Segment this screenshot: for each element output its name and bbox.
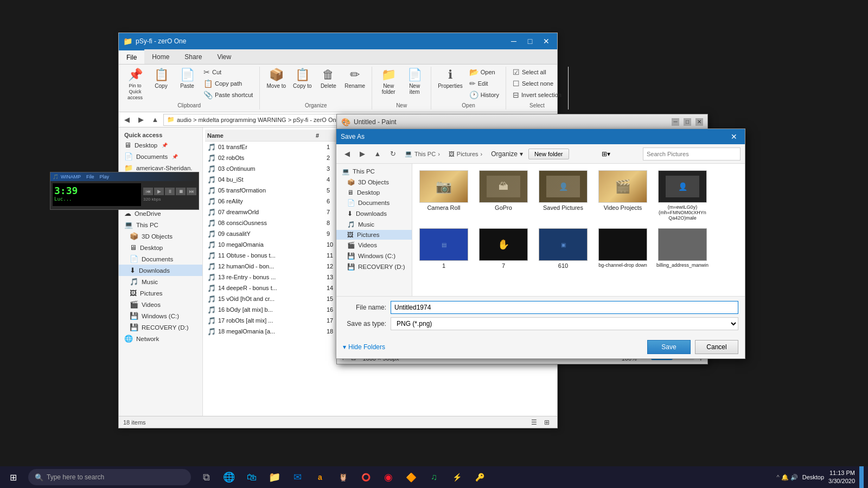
dialog-view-toggle-button[interactable]: ⊞▾ xyxy=(600,148,612,160)
dialog-file-bg-channel[interactable]: bg-channel-drop down xyxy=(596,228,650,269)
paint-maximize-button[interactable]: □ xyxy=(684,118,691,126)
dialog-sidebar-pictures[interactable]: 🖼 Pictures xyxy=(336,230,412,240)
taskbar-search-box[interactable]: 🔍 Type here to search xyxy=(28,469,191,485)
dialog-close-button[interactable]: ✕ xyxy=(727,130,741,143)
dialog-sidebar-thispc[interactable]: 💻 This PC xyxy=(336,166,412,177)
sidebar-item-videos[interactable]: 🎬 Videos xyxy=(119,299,202,310)
app-icon-2[interactable]: 🔑 xyxy=(469,466,490,488)
sidebar-item-recovery-d[interactable]: 💾 RECOVERY (D:) xyxy=(119,322,202,333)
dialog-sidebar-desktop[interactable]: 🖥 Desktop xyxy=(336,188,412,197)
pin-to-quick-access-button[interactable]: 📌 Pin to Quick access xyxy=(123,67,147,101)
cancel-button[interactable]: Cancel xyxy=(695,340,738,354)
dialog-sidebar-documents[interactable]: 📄 Documents xyxy=(336,197,412,208)
select-none-button[interactable]: ☐ Select none xyxy=(510,78,564,89)
winamp-menu-file[interactable]: File xyxy=(86,174,94,179)
invert-selection-button[interactable]: ⊟ Invert selection xyxy=(510,89,564,100)
dialog-folder-gopro[interactable]: 🏔 GoPro xyxy=(476,168,531,223)
sidebar-item-desktop2[interactable]: 🖥 Desktop xyxy=(119,242,202,253)
dialog-sidebar-music[interactable]: 🎵 Music xyxy=(336,219,412,230)
tab-share[interactable]: Share xyxy=(177,49,209,64)
folder-button[interactable]: 📁 xyxy=(264,466,285,488)
hide-folders-toggle[interactable]: ▾ Hide Folders xyxy=(343,343,385,351)
dialog-file-billing[interactable]: billing_address_manwin xyxy=(655,228,710,269)
winamp-stop-button[interactable]: ⏹ xyxy=(176,188,186,195)
new-folder-button[interactable]: 📁 New folder xyxy=(376,67,400,96)
sidebar-item-pictures[interactable]: 🖼 Pictures xyxy=(119,287,202,299)
dialog-back-button[interactable]: ◀ xyxy=(341,147,354,160)
dialog-up-button[interactable]: ▲ xyxy=(371,147,384,160)
forward-button[interactable]: ▶ xyxy=(135,114,147,126)
winamp-menu-play[interactable]: Play xyxy=(100,174,110,179)
tab-view[interactable]: View xyxy=(209,49,239,64)
dialog-forward-button[interactable]: ▶ xyxy=(356,147,369,160)
task-view-button[interactable]: ⧉ xyxy=(195,466,217,488)
sidebar-item-thispc[interactable]: 💻 This PC xyxy=(119,219,202,230)
dialog-search-input[interactable] xyxy=(643,147,741,160)
tab-file[interactable]: File xyxy=(119,49,144,64)
dialog-path-thispc[interactable]: 💻 This PC › xyxy=(401,149,443,158)
vlc-button[interactable]: 🔶 xyxy=(400,466,422,488)
dialog-sidebar-recovery-d[interactable]: 💾 RECOVERY (D:) xyxy=(336,261,412,272)
dialog-folder-camera-roll[interactable]: 📷 Camera Roll xyxy=(417,168,471,223)
minimize-button[interactable]: ─ xyxy=(507,35,520,48)
dialog-new-folder-button[interactable]: New folder xyxy=(528,149,569,159)
maximize-button[interactable]: □ xyxy=(524,35,537,48)
paste-shortcut-button[interactable]: 📎 Paste shortcut xyxy=(201,89,255,100)
copy-to-button[interactable]: 📋 Copy to xyxy=(290,67,314,90)
edit-button[interactable]: ✏ Edit xyxy=(467,78,501,89)
app-icon-1[interactable]: ⚡ xyxy=(446,466,468,488)
dialog-refresh-button[interactable]: ↻ xyxy=(386,147,399,160)
mail-button[interactable]: ✉ xyxy=(286,466,308,488)
start-button[interactable]: ⊞ xyxy=(0,466,26,488)
sidebar-item-desktop[interactable]: 🖥 Desktop xyxy=(119,139,202,151)
new-item-button[interactable]: 📄 New item xyxy=(403,67,426,96)
spotify-button[interactable]: ♫ xyxy=(423,466,445,488)
select-all-button[interactable]: ☑ Select all xyxy=(510,67,564,78)
save-button[interactable]: Save xyxy=(647,340,691,354)
up-button[interactable]: ▲ xyxy=(149,114,161,126)
sidebar-item-documents2[interactable]: 📄 Documents xyxy=(119,253,202,265)
delete-button[interactable]: 🗑 Delete xyxy=(316,67,340,90)
dialog-folder-long-name[interactable]: 👤 (m=ewILG0y)(mh=FMNOM0cXHYnQa42O)male xyxy=(655,168,710,223)
origin-button[interactable]: ⭕ xyxy=(355,466,376,488)
dialog-sidebar-downloads[interactable]: ⬇ Downloads xyxy=(336,208,412,219)
close-button[interactable]: ✕ xyxy=(540,35,553,48)
edge-button[interactable]: 🌐 xyxy=(218,466,240,488)
dialog-sidebar-videos[interactable]: 🎬 Videos xyxy=(336,240,412,251)
sidebar-item-downloads[interactable]: ⬇ Downloads xyxy=(119,265,202,276)
sidebar-item-network[interactable]: 🌐 Network xyxy=(119,333,202,344)
sidebar-item-music[interactable]: 🎵 Music xyxy=(119,276,202,287)
opera-button[interactable]: ◉ xyxy=(378,466,399,488)
cut-button[interactable]: ✂ Cut xyxy=(201,67,255,78)
dialog-folder-saved-pictures[interactable]: 👤 Saved Pictures xyxy=(536,168,590,223)
open-button[interactable]: 📂 Open xyxy=(467,67,501,78)
filename-input[interactable] xyxy=(391,301,738,314)
winamp-prev-button[interactable]: ⏮ xyxy=(143,188,153,195)
details-view-button[interactable]: ☰ xyxy=(528,416,540,428)
dialog-organize-button[interactable]: Organize ▾ xyxy=(488,149,526,159)
dialog-file-610[interactable]: ▣ 610 xyxy=(536,228,590,269)
show-desktop-button[interactable] xyxy=(859,466,864,488)
copy-path-button[interactable]: 📋 Copy path xyxy=(201,78,255,89)
properties-button[interactable]: ℹ Properties xyxy=(436,67,465,90)
dialog-path-pictures[interactable]: 🖼 Pictures › xyxy=(445,150,486,158)
copy-button[interactable]: 📋 Copy xyxy=(149,67,173,90)
tab-home[interactable]: Home xyxy=(144,49,177,64)
sidebar-item-3d[interactable]: 📦 3D Objects xyxy=(119,230,202,242)
paint-close-button[interactable]: ✕ xyxy=(695,118,703,126)
amazon-button[interactable]: a xyxy=(309,466,331,488)
dialog-file-1[interactable]: ▤ 1 xyxy=(417,228,471,269)
paint-minimize-button[interactable]: ─ xyxy=(672,118,679,126)
winamp-pause-button[interactable]: ⏸ xyxy=(165,188,175,195)
history-button[interactable]: 🕐 History xyxy=(467,89,501,100)
large-icons-view-button[interactable]: ⊞ xyxy=(541,416,553,428)
winamp-next-button[interactable]: ⏭ xyxy=(187,188,196,195)
dialog-folder-video-projects[interactable]: 🎬 Video Projects xyxy=(596,168,650,223)
tripadvisor-button[interactable]: 🦉 xyxy=(332,466,354,488)
rename-button[interactable]: ✏ Rename xyxy=(342,67,367,90)
winamp-play-button[interactable]: ▶ xyxy=(154,188,164,195)
dialog-sidebar-windows-c[interactable]: 💾 Windows (C:) xyxy=(336,251,412,261)
move-to-button[interactable]: 📦 Move to xyxy=(264,67,288,90)
dialog-file-7[interactable]: ✋ 7 xyxy=(476,228,531,269)
paste-button[interactable]: 📄 Paste xyxy=(175,67,199,90)
